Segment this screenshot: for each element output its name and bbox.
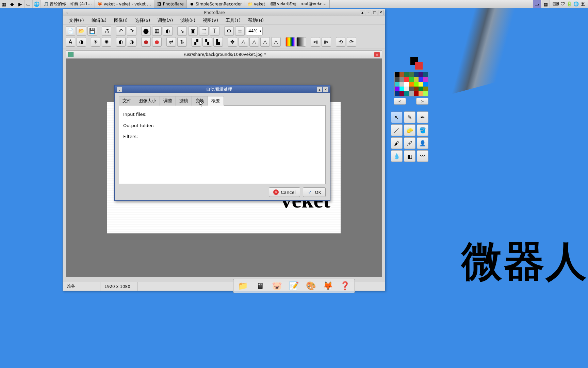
menu-item-0[interactable]: 文件(F) [66, 16, 87, 25]
print-icon[interactable]: 🖨 [102, 26, 111, 36]
swatch-5[interactable] [419, 72, 423, 77]
launcher-icon-2[interactable]: ◆ [8, 0, 16, 8]
dock-item-0[interactable]: 📁 [235, 280, 250, 292]
crop-icon[interactable]: ▣ [188, 26, 198, 36]
swatch-8[interactable] [399, 77, 404, 82]
swatch-19[interactable] [419, 82, 423, 87]
mirror-h-icon[interactable]: ⧏ [311, 37, 320, 47]
maximize-button[interactable]: ▢ [372, 10, 377, 15]
swatch-30[interactable] [404, 91, 409, 96]
taskbar-item-3[interactable]: ⏺SimpleScreenRecorder [187, 0, 245, 8]
menu-item-4[interactable]: 调整(A) [154, 16, 176, 25]
tool-button-9[interactable]: 💧 [391, 150, 403, 162]
swatch-20[interactable] [423, 82, 428, 87]
tool-button-0[interactable]: ↖ [391, 111, 403, 123]
swatch-33[interactable] [419, 91, 423, 96]
tool-button-5[interactable]: 🪣 [417, 124, 428, 136]
swatch-32[interactable] [414, 91, 419, 96]
menu-item-7[interactable]: 工具(T) [222, 16, 244, 25]
menu-item-5[interactable]: 滤镜(F) [177, 16, 199, 25]
zoom-selector[interactable]: 44% [246, 27, 263, 35]
dock-item-6[interactable]: ❓ [338, 280, 353, 292]
tool-button-4[interactable]: 🧽 [404, 124, 415, 136]
wand-icon[interactable]: ↘ [177, 26, 187, 36]
menu-item-8[interactable]: 帮助(H) [245, 16, 267, 25]
palette-next-button[interactable]: > [416, 98, 428, 105]
flip-v-icon[interactable]: ⇅ [177, 37, 187, 47]
gradient-color-icon[interactable] [285, 37, 295, 47]
swatch-28[interactable] [395, 91, 399, 96]
save-file-icon[interactable]: 💾 [87, 26, 97, 36]
mirror-v-icon[interactable]: ⧐ [322, 37, 331, 47]
move-icon[interactable]: ✥ [228, 37, 237, 47]
flip-h-icon[interactable]: ⇄ [166, 37, 176, 47]
swatch-7[interactable] [395, 77, 399, 82]
taskbar-item-5[interactable]: ⌨veket终端 - root@veke… [268, 0, 330, 8]
tray-icon-3[interactable]: 🌐 [573, 1, 579, 7]
brightness-up-icon[interactable]: ☀ [91, 37, 100, 47]
histogram-3-icon[interactable]: ▙ [213, 37, 223, 47]
window-titlebar[interactable]: ⌄ Photoflare ▴ – ▢ ✕ [63, 9, 385, 16]
dialog-shade-button[interactable]: ▴ [317, 87, 322, 92]
swatch-9[interactable] [404, 77, 409, 82]
swatch-0[interactable] [395, 72, 399, 77]
palette-prev-button[interactable]: < [394, 98, 406, 105]
tool-button-11[interactable]: 〰 [417, 150, 428, 162]
select-icon[interactable]: ⬚ [199, 26, 209, 36]
swatch-16[interactable] [404, 82, 409, 87]
shade-button[interactable]: ▴ [360, 10, 365, 15]
swatch-22[interactable] [399, 87, 404, 91]
menu-item-3[interactable]: 选择(S) [132, 16, 153, 25]
dialog-close-button[interactable]: ✕ [323, 87, 328, 92]
skew-4-icon[interactable]: △ [271, 37, 281, 47]
launcher-icon-5[interactable]: 🌐 [33, 0, 41, 8]
swatch-15[interactable] [399, 82, 404, 87]
settings-icon[interactable]: ⚙ [224, 26, 234, 36]
swatch-24[interactable] [409, 87, 414, 91]
swatch-25[interactable] [414, 87, 419, 91]
dialog-tab-4[interactable]: 变换 [192, 96, 208, 106]
taskbar-item-2[interactable]: 🖼Photoflare [154, 0, 187, 8]
tool-button-3[interactable]: ／ [391, 124, 403, 136]
tool-button-7[interactable]: 🖊 [404, 137, 415, 149]
skew-1-icon[interactable]: △ [239, 37, 248, 47]
swatch-29[interactable] [399, 91, 404, 96]
swatch-18[interactable] [414, 82, 419, 87]
dialog-titlebar[interactable]: ⌄ 自动/批量处理 ▴ ✕ [115, 86, 330, 93]
swatch-11[interactable] [414, 77, 419, 82]
swatch-23[interactable] [404, 87, 409, 91]
swatch-2[interactable] [404, 72, 409, 77]
dialog-menu-icon[interactable]: ⌄ [117, 87, 122, 92]
red-circle-2-icon[interactable]: ● [152, 37, 162, 47]
dialog-tab-0[interactable]: 文件 [119, 96, 135, 106]
swatch-6[interactable] [423, 72, 428, 77]
window-list-icon[interactable]: ▦ [542, 0, 550, 8]
dialog-tab-5[interactable]: 概要 [208, 96, 224, 106]
align-icon[interactable]: ≡ [235, 26, 245, 36]
cancel-button[interactable]: ✕ Cancel [269, 187, 300, 197]
skew-3-icon[interactable]: △ [260, 37, 270, 47]
document-close-button[interactable]: ✕ [374, 52, 380, 57]
swatch-12[interactable] [419, 77, 423, 82]
show-desktop-icon[interactable]: ▭ [533, 0, 541, 8]
tool-button-8[interactable]: 👤 [417, 137, 428, 149]
launcher-icon-3[interactable]: ▶ [16, 0, 24, 8]
tool-button-1[interactable]: ✎ [404, 111, 415, 123]
dialog-tab-1[interactable]: 图像大小 [135, 96, 160, 106]
tray-icon-0[interactable]: ⌨ [553, 1, 559, 7]
swatch-4[interactable] [414, 72, 419, 77]
close-button[interactable]: ✕ [378, 10, 383, 15]
tool-button-6[interactable]: 🖌 [391, 137, 403, 149]
contrast-2-icon[interactable]: ◑ [127, 37, 136, 47]
histogram-2-icon[interactable]: ▚ [202, 37, 212, 47]
swatch-13[interactable] [423, 77, 428, 82]
dialog-tab-2[interactable]: 调整 [160, 96, 176, 106]
launcher-icon-4[interactable]: ▭ [24, 0, 33, 8]
gradient-gray-icon[interactable] [296, 37, 306, 47]
swatch-17[interactable] [409, 82, 414, 87]
rotate-ccw-icon[interactable]: ⟲ [336, 37, 345, 47]
color-swatches-icon[interactable]: ▦ [152, 26, 162, 36]
redo-icon[interactable]: ↷ [127, 26, 136, 36]
taskbar-item-4[interactable]: 📁veket [245, 0, 268, 8]
skew-2-icon[interactable]: △ [249, 37, 259, 47]
